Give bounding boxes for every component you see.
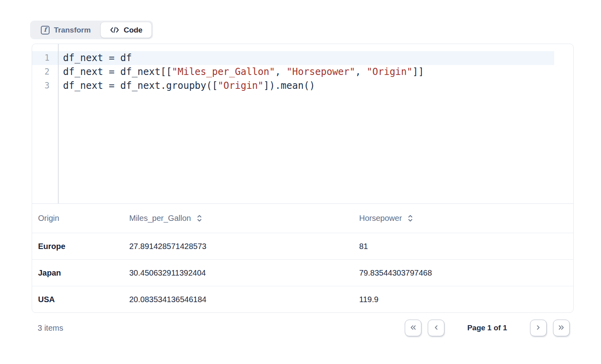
code-line[interactable]: 1df_next = df	[32, 51, 554, 65]
tab-transform[interactable]: f Transform	[32, 22, 100, 38]
page-indicator: Page 1 of 1	[467, 324, 507, 332]
column-header-label: Horsepower	[359, 214, 402, 223]
previous-page-button[interactable]	[428, 320, 444, 336]
column-header-miles-per-gallon[interactable]: Miles_per_Gallon	[129, 214, 359, 223]
sort-icon[interactable]	[196, 215, 203, 222]
next-page-button[interactable]	[530, 320, 547, 336]
code-text: df_next = df_next[["Miles_per_Gallon", "…	[58, 65, 424, 79]
table-cell: Japan	[32, 268, 129, 278]
transform-panel: 1df_next = df2df_next = df_next[["Miles_…	[32, 44, 574, 313]
pagination: Page 1 of 1	[405, 320, 570, 336]
sort-icon[interactable]	[407, 215, 413, 222]
table-body: Europe27.89142857142857381Japan30.450632…	[32, 233, 573, 312]
code-text: df_next = df_next.groupby(["Origin"]).me…	[58, 79, 315, 93]
view-toggle: f Transform Code	[30, 21, 153, 39]
code-line[interactable]: 2df_next = df_next[["Miles_per_Gallon", …	[32, 65, 554, 79]
table-row: Japan30.45063291139240479.83544303797468	[32, 259, 573, 286]
table-header-row: Origin Miles_per_Gallon Horsepower	[32, 203, 573, 233]
chevrons-left-icon	[409, 324, 417, 332]
table-row: USA20.083534136546184119.9	[32, 286, 573, 312]
code-editor-lines: 1df_next = df2df_next = df_next[["Miles_…	[32, 51, 573, 93]
last-page-button[interactable]	[553, 320, 570, 336]
line-number: 1	[32, 51, 58, 65]
tab-transform-label: Transform	[54, 26, 91, 34]
table-cell: 119.9	[359, 295, 573, 304]
table-cell: 79.83544303797468	[359, 268, 573, 278]
column-header-horsepower[interactable]: Horsepower	[359, 214, 573, 223]
code-text: df_next = df	[58, 51, 132, 65]
code-brackets-icon	[110, 26, 119, 34]
table-cell: Europe	[32, 242, 129, 251]
table-cell: 27.891428571428573	[129, 242, 359, 251]
table-cell: 20.083534136546184	[129, 295, 359, 304]
table-cell: 30.450632911392404	[129, 268, 359, 278]
gutter-divider	[58, 44, 59, 203]
first-page-button[interactable]	[405, 320, 421, 336]
table-cell: 81	[359, 242, 573, 251]
tab-code-label: Code	[124, 26, 143, 34]
line-number: 2	[32, 65, 58, 79]
column-header-label: Origin	[38, 214, 59, 223]
code-line[interactable]: 3df_next = df_next.groupby(["Origin"]).m…	[32, 79, 554, 93]
table-footer: 3 items Page 1 of 1	[32, 320, 574, 336]
function-icon: f	[41, 26, 50, 34]
chevron-left-icon	[433, 324, 440, 332]
code-editor[interactable]: 1df_next = df2df_next = df_next[["Miles_…	[32, 44, 573, 203]
column-header-label: Miles_per_Gallon	[129, 214, 191, 223]
table-cell: USA	[32, 295, 129, 304]
column-header-origin: Origin	[32, 214, 129, 223]
line-number: 3	[32, 79, 58, 93]
chevrons-right-icon	[557, 324, 565, 332]
items-count: 3 items	[38, 324, 63, 333]
tab-code[interactable]: Code	[101, 22, 152, 38]
table-row: Europe27.89142857142857381	[32, 233, 573, 259]
chevron-right-icon	[535, 324, 542, 332]
